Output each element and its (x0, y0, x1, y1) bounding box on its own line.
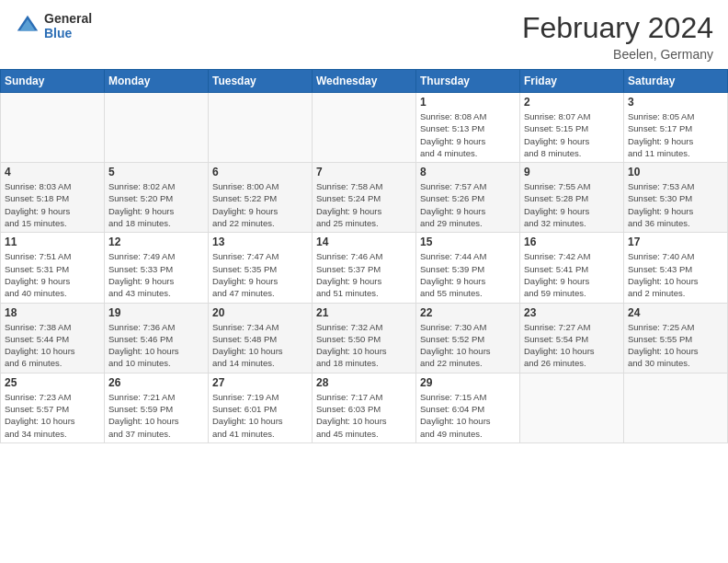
day-info: Sunrise: 7:51 AM Sunset: 5:31 PM Dayligh… (5, 250, 100, 299)
day-number: 26 (108, 376, 204, 389)
day-info: Sunrise: 7:42 AM Sunset: 5:41 PM Dayligh… (524, 250, 620, 299)
day-info: Sunrise: 7:40 AM Sunset: 5:43 PM Dayligh… (628, 250, 723, 299)
calendar-cell: 12Sunrise: 7:49 AM Sunset: 5:33 PM Dayli… (105, 233, 209, 303)
calendar-cell: 20Sunrise: 7:34 AM Sunset: 5:48 PM Dayli… (209, 303, 313, 373)
day-info: Sunrise: 7:47 AM Sunset: 5:35 PM Dayligh… (212, 250, 308, 299)
calendar-week-row: 18Sunrise: 7:38 AM Sunset: 5:44 PM Dayli… (1, 303, 728, 373)
calendar-cell: 26Sunrise: 7:21 AM Sunset: 5:59 PM Dayli… (105, 373, 209, 442)
day-number: 17 (628, 236, 723, 248)
day-info: Sunrise: 7:58 AM Sunset: 5:24 PM Dayligh… (316, 180, 412, 229)
day-number: 5 (108, 166, 204, 178)
day-info: Sunrise: 7:21 AM Sunset: 5:59 PM Dayligh… (108, 391, 204, 440)
day-number: 22 (420, 306, 516, 319)
day-number: 18 (5, 306, 100, 319)
calendar-cell: 16Sunrise: 7:42 AM Sunset: 5:41 PM Dayli… (520, 233, 624, 303)
calendar-cell (105, 93, 209, 163)
calendar-cell: 3Sunrise: 8:05 AM Sunset: 5:17 PM Daylig… (624, 93, 728, 163)
calendar-cell: 17Sunrise: 7:40 AM Sunset: 5:43 PM Dayli… (624, 233, 728, 303)
calendar-cell: 23Sunrise: 7:27 AM Sunset: 5:54 PM Dayli… (520, 303, 624, 373)
day-number: 29 (420, 376, 516, 389)
day-number: 21 (316, 306, 412, 319)
calendar-cell: 19Sunrise: 7:36 AM Sunset: 5:46 PM Dayli… (105, 303, 209, 373)
calendar-week-row: 4Sunrise: 8:03 AM Sunset: 5:18 PM Daylig… (1, 163, 728, 233)
calendar-cell: 22Sunrise: 7:30 AM Sunset: 5:52 PM Dayli… (416, 303, 520, 373)
calendar-cell: 4Sunrise: 8:03 AM Sunset: 5:18 PM Daylig… (1, 163, 105, 233)
weekday-header: Friday (520, 70, 624, 93)
calendar-cell: 24Sunrise: 7:25 AM Sunset: 5:55 PM Dayli… (624, 303, 728, 373)
calendar-cell (313, 93, 416, 163)
weekday-header: Monday (105, 70, 209, 93)
day-info: Sunrise: 7:25 AM Sunset: 5:55 PM Dayligh… (628, 321, 723, 370)
calendar-cell: 13Sunrise: 7:47 AM Sunset: 5:35 PM Dayli… (209, 233, 313, 303)
day-number: 25 (5, 376, 100, 389)
day-number: 4 (5, 166, 100, 178)
calendar-week-row: 11Sunrise: 7:51 AM Sunset: 5:31 PM Dayli… (1, 233, 728, 303)
title-block: February 2024 Beelen, Germany (522, 11, 713, 62)
calendar-cell: 11Sunrise: 7:51 AM Sunset: 5:31 PM Dayli… (1, 233, 105, 303)
calendar-cell: 29Sunrise: 7:15 AM Sunset: 6:04 PM Dayli… (416, 373, 520, 442)
day-info: Sunrise: 7:15 AM Sunset: 6:04 PM Dayligh… (420, 391, 516, 440)
logo-text: General Blue (44, 11, 92, 40)
logo-icon (15, 13, 40, 39)
day-number: 8 (420, 166, 516, 178)
weekday-header: Tuesday (209, 70, 313, 93)
calendar-cell: 21Sunrise: 7:32 AM Sunset: 5:50 PM Dayli… (313, 303, 416, 373)
calendar-table: SundayMondayTuesdayWednesdayThursdayFrid… (0, 69, 728, 443)
day-info: Sunrise: 7:32 AM Sunset: 5:50 PM Dayligh… (316, 321, 412, 370)
day-number: 24 (628, 306, 723, 319)
day-number: 12 (108, 236, 204, 248)
calendar-cell: 18Sunrise: 7:38 AM Sunset: 5:44 PM Dayli… (1, 303, 105, 373)
day-info: Sunrise: 7:53 AM Sunset: 5:30 PM Dayligh… (628, 180, 723, 229)
logo-general: General (44, 11, 92, 26)
day-number: 28 (316, 376, 412, 389)
day-info: Sunrise: 8:08 AM Sunset: 5:13 PM Dayligh… (420, 110, 516, 159)
calendar-cell: 9Sunrise: 7:55 AM Sunset: 5:28 PM Daylig… (520, 163, 624, 233)
day-info: Sunrise: 8:05 AM Sunset: 5:17 PM Dayligh… (628, 110, 723, 159)
calendar-week-row: 25Sunrise: 7:23 AM Sunset: 5:57 PM Dayli… (1, 373, 728, 442)
day-number: 14 (316, 236, 412, 248)
calendar-week-row: 1Sunrise: 8:08 AM Sunset: 5:13 PM Daylig… (1, 93, 728, 163)
day-info: Sunrise: 7:55 AM Sunset: 5:28 PM Dayligh… (524, 180, 620, 229)
day-info: Sunrise: 8:03 AM Sunset: 5:18 PM Dayligh… (5, 180, 100, 229)
calendar-cell: 7Sunrise: 7:58 AM Sunset: 5:24 PM Daylig… (313, 163, 416, 233)
calendar-cell: 14Sunrise: 7:46 AM Sunset: 5:37 PM Dayli… (313, 233, 416, 303)
weekday-header: Wednesday (313, 70, 416, 93)
day-number: 10 (628, 166, 723, 178)
weekday-header: Thursday (416, 70, 520, 93)
calendar-cell: 10Sunrise: 7:53 AM Sunset: 5:30 PM Dayli… (624, 163, 728, 233)
calendar-cell: 15Sunrise: 7:44 AM Sunset: 5:39 PM Dayli… (416, 233, 520, 303)
day-info: Sunrise: 8:02 AM Sunset: 5:20 PM Dayligh… (108, 180, 204, 229)
weekday-header-row: SundayMondayTuesdayWednesdayThursdayFrid… (1, 70, 728, 93)
day-number: 9 (524, 166, 620, 178)
day-info: Sunrise: 7:34 AM Sunset: 5:48 PM Dayligh… (212, 321, 308, 370)
calendar-cell (209, 93, 313, 163)
calendar-cell (624, 373, 728, 442)
logo: General Blue (15, 11, 92, 40)
weekday-header: Saturday (624, 70, 728, 93)
day-info: Sunrise: 8:07 AM Sunset: 5:15 PM Dayligh… (524, 110, 620, 159)
day-number: 2 (524, 96, 620, 109)
day-info: Sunrise: 7:30 AM Sunset: 5:52 PM Dayligh… (420, 321, 516, 370)
calendar-cell: 2Sunrise: 8:07 AM Sunset: 5:15 PM Daylig… (520, 93, 624, 163)
day-number: 19 (108, 306, 204, 319)
calendar-cell: 1Sunrise: 8:08 AM Sunset: 5:13 PM Daylig… (416, 93, 520, 163)
day-number: 13 (212, 236, 308, 248)
day-info: Sunrise: 7:44 AM Sunset: 5:39 PM Dayligh… (420, 250, 516, 299)
day-number: 3 (628, 96, 723, 109)
day-number: 23 (524, 306, 620, 319)
calendar-cell: 8Sunrise: 7:57 AM Sunset: 5:26 PM Daylig… (416, 163, 520, 233)
day-number: 16 (524, 236, 620, 248)
calendar-body: 1Sunrise: 8:08 AM Sunset: 5:13 PM Daylig… (1, 93, 728, 443)
day-info: Sunrise: 7:36 AM Sunset: 5:46 PM Dayligh… (108, 321, 204, 370)
day-info: Sunrise: 7:57 AM Sunset: 5:26 PM Dayligh… (420, 180, 516, 229)
calendar-cell: 27Sunrise: 7:19 AM Sunset: 6:01 PM Dayli… (209, 373, 313, 442)
calendar-cell: 28Sunrise: 7:17 AM Sunset: 6:03 PM Dayli… (313, 373, 416, 442)
day-number: 7 (316, 166, 412, 178)
main-title: February 2024 (522, 11, 713, 45)
calendar-cell (520, 373, 624, 442)
calendar-cell: 25Sunrise: 7:23 AM Sunset: 5:57 PM Dayli… (1, 373, 105, 442)
day-number: 11 (5, 236, 100, 248)
calendar-header: SundayMondayTuesdayWednesdayThursdayFrid… (1, 70, 728, 93)
day-number: 1 (420, 96, 516, 109)
calendar-cell: 6Sunrise: 8:00 AM Sunset: 5:22 PM Daylig… (209, 163, 313, 233)
